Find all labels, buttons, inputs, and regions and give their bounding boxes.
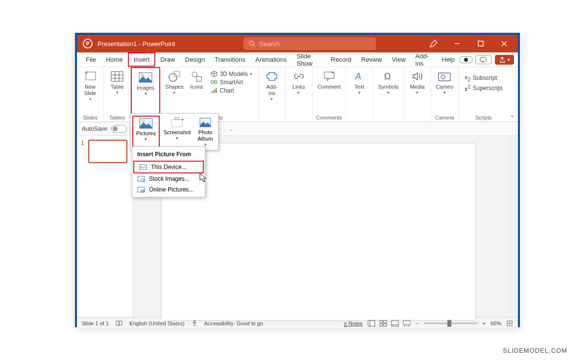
cameo-button[interactable]: Cameo ▾ [434,69,455,96]
tab-review[interactable]: Review [356,53,387,66]
photo-album-icon [198,117,213,128]
minimize-button[interactable] [447,35,467,52]
3d-models-button[interactable]: 3D Models▾ [210,70,253,78]
online-pictures-item[interactable]: Online Pictures... [132,184,205,195]
book-icon [116,320,122,326]
svg-rect-23 [212,91,213,93]
svg-text:+: + [181,117,184,123]
tab-design[interactable]: Design [180,53,210,66]
this-device-item[interactable]: This Device... [133,161,204,173]
photo-album-button[interactable]: Photo Album ▾ [195,116,216,148]
svg-rect-38 [384,324,387,326]
vertical-scrollbar[interactable] [510,136,518,317]
comments-toggle[interactable] [475,55,492,64]
stock-icon [137,175,145,182]
language-indicator[interactable]: English (United States) [129,320,185,326]
app-window: P Presentation1 - PowerPoint Search File… [75,33,520,327]
symbols-button[interactable]: Ω Symbols ▾ [376,69,400,96]
tab-transitions[interactable]: Transitions [210,53,250,66]
accessibility-status[interactable]: Accessibility: Good to go [204,320,263,326]
svg-point-16 [169,73,177,81]
svg-rect-35 [380,320,383,323]
tab-view[interactable]: View [387,53,411,66]
zoom-slider[interactable] [424,322,478,324]
record-indicator[interactable] [460,56,472,63]
sorter-view-icon[interactable] [379,320,387,327]
tab-addins[interactable]: Add-ins [411,50,437,70]
svg-point-0 [249,41,254,46]
tab-home[interactable]: Home [101,53,128,66]
accessibility-icon [192,320,197,327]
omega-icon: Ω [383,71,394,82]
powerpoint-icon: P [83,39,93,49]
tab-animations[interactable]: Animations [250,53,292,66]
cube-icon [211,71,218,77]
comment-button[interactable]: + Comment [316,69,343,91]
smartart-button[interactable]: SmartArt [210,78,253,86]
svg-rect-6 [480,57,486,61]
new-slide-icon: + [83,71,97,82]
chart-icon [211,87,218,94]
table-button[interactable]: Table ▾ [107,69,127,96]
images-button[interactable]: Images ▾ [135,70,156,97]
subscript-button[interactable]: x2Subscript [464,73,503,83]
search-input[interactable]: Search [244,37,376,50]
group-slides: + New Slide ▾ Slides [77,67,104,121]
normal-view-icon[interactable] [368,320,375,327]
autosave-toggle[interactable] [111,125,127,133]
group-symbols: Ω Symbols ▾ [373,67,404,121]
svg-rect-9 [111,72,123,81]
tab-record[interactable]: Record [326,53,356,66]
links-button[interactable]: Links ▾ [289,69,309,96]
zoom-in[interactable]: + [483,320,486,326]
zoom-out[interactable]: − [416,320,418,326]
globe-icon [137,186,145,193]
screenshot-button[interactable]: + Screenshot ▾ [161,116,194,148]
tab-draw[interactable]: Draw [155,53,180,66]
cameo-icon [438,71,451,82]
stock-images-item[interactable]: Stock Images... [132,173,205,184]
notes-button[interactable]: ≡ Notes [344,320,363,326]
tab-slideshow[interactable]: Slide Show [292,50,326,70]
search-icon [248,40,255,47]
svg-point-51 [202,120,204,122]
svg-line-1 [253,45,255,47]
images-sub-ribbon: Pictures ▾ + Screenshot ▾ Photo Album ▾ [130,113,219,150]
svg-rect-24 [214,90,215,93]
slideshow-view-icon[interactable] [403,320,411,327]
zoom-level[interactable]: 56% [490,320,501,326]
watermark: SLIDEMODEL.COM [503,347,567,354]
group-media: Media ▾ [404,67,431,121]
tab-insert[interactable]: Insert [128,52,156,67]
share-button[interactable]: ▾ [495,55,514,65]
reading-view-icon[interactable] [391,320,399,327]
chart-button[interactable]: Chart [210,87,253,95]
icons-button[interactable]: Icons [186,69,207,96]
new-slide-button[interactable]: + New Slide ▾ [80,69,100,102]
svg-text:+: + [85,71,88,76]
text-button[interactable]: A Text ▾ [349,69,369,96]
slide-thumbnail-panel: 1 [77,136,133,317]
group-scripts: x2Subscript x2Superscript Scripts [459,67,508,121]
svg-rect-41 [403,320,410,325]
search-placeholder: Search [259,40,279,48]
fit-icon[interactable] [506,320,513,327]
ribbon-expand[interactable]: ⌄ [510,111,515,119]
svg-rect-21 [215,81,217,83]
slide-canvas[interactable] [162,144,475,320]
tab-help[interactable]: Help [437,53,460,66]
shapes-button[interactable]: Shapes ▾ [163,69,185,96]
table-icon [111,71,123,82]
pictures-button[interactable]: Pictures ▾ [132,116,160,148]
close-button[interactable] [494,35,514,52]
svg-rect-36 [384,320,387,323]
addins-button[interactable]: Add- ins ▾ [262,69,282,102]
svg-rect-20 [211,81,214,83]
media-button[interactable]: Media ▾ [407,69,428,96]
slide-thumbnail[interactable] [88,140,127,163]
superscript-button[interactable]: x2Superscript [464,83,503,93]
maximize-button[interactable] [471,35,490,52]
svg-text:A: A [355,72,361,81]
tab-file[interactable]: File [81,53,101,66]
svg-rect-25 [216,88,217,93]
